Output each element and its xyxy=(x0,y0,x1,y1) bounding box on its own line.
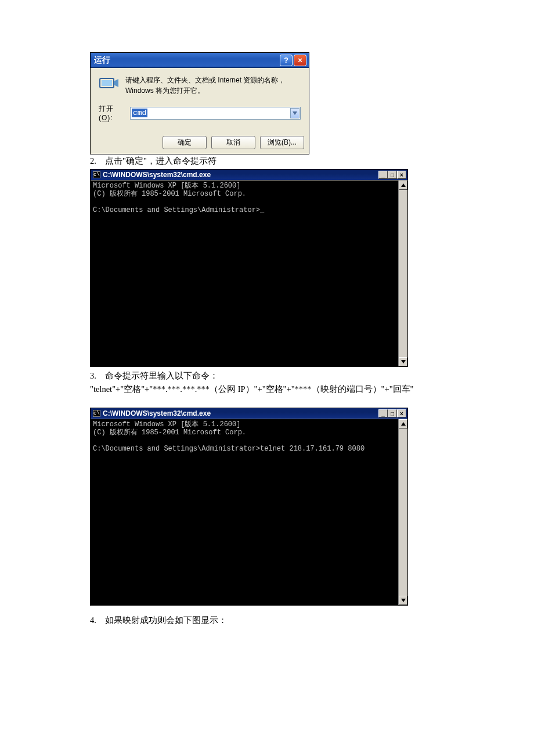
cmd-icon: c\ xyxy=(93,410,100,417)
scroll-down-icon[interactable] xyxy=(399,596,407,605)
maximize-icon[interactable]: □ xyxy=(388,171,397,179)
scrollbar[interactable] xyxy=(398,419,407,605)
run-dialog-title: 运行 xyxy=(94,55,279,66)
run-titlebar: 运行 ? × xyxy=(91,53,309,68)
run-command-value: cmd xyxy=(132,109,147,117)
scroll-down-icon[interactable] xyxy=(399,357,407,366)
run-command-input[interactable]: cmd xyxy=(130,107,301,120)
chevron-down-icon[interactable] xyxy=(290,108,300,118)
minimize-icon[interactable]: _ xyxy=(378,171,388,179)
run-dialog-icon xyxy=(99,76,120,90)
cmd-title: C:\WINDOWS\system32\cmd.exe xyxy=(103,171,378,179)
maximize-icon[interactable]: □ xyxy=(388,409,397,417)
cmd-titlebar: c\ C:\WINDOWS\system32\cmd.exe _ □ × xyxy=(91,170,407,180)
step-3-command: "telnet"+"空格"+"***.***.***.***（公网 IP）"+"… xyxy=(90,384,444,395)
run-dialog-description: 请键入程序、文件夹、文档或 Internet 资源的名称，Windows 将为您… xyxy=(125,75,301,96)
close-icon[interactable]: × xyxy=(397,171,406,179)
cmd-icon: c\ xyxy=(93,171,100,178)
cmd-terminal[interactable]: Microsoft Windows XP [版本 5.1.2600] (C) 版… xyxy=(91,419,398,605)
step-2-text: 2.点击"确定"，进入命令提示符 xyxy=(90,156,444,167)
run-dialog: 运行 ? × 请键入程序、文件夹、文档或 Internet 资源的名称，Wind… xyxy=(90,52,309,154)
browse-button[interactable]: 浏览(B)... xyxy=(260,136,304,149)
cmd-terminal[interactable]: Microsoft Windows XP [版本 5.1.2600] (C) 版… xyxy=(91,181,398,366)
open-label: 打开(O): xyxy=(99,104,127,122)
cmd-title: C:\WINDOWS\system32\cmd.exe xyxy=(103,409,378,417)
cmd-titlebar: c\ C:\WINDOWS\system32\cmd.exe _ □ × xyxy=(91,408,407,419)
cancel-button[interactable]: 取消 xyxy=(211,136,255,149)
minimize-icon[interactable]: _ xyxy=(378,409,388,417)
close-icon[interactable]: × xyxy=(397,409,406,417)
cmd-window-1: c\ C:\WINDOWS\system32\cmd.exe _ □ × Mic… xyxy=(90,169,408,367)
scrollbar[interactable] xyxy=(398,181,407,366)
step-4-text: 4.如果映射成功则会如下图显示： xyxy=(90,615,444,626)
step-3-text: 3.命令提示符里输入以下命令： xyxy=(90,370,444,381)
ok-button[interactable]: 确定 xyxy=(163,136,207,149)
cmd-window-2: c\ C:\WINDOWS\system32\cmd.exe _ □ × Mic… xyxy=(90,408,408,606)
scroll-up-icon[interactable] xyxy=(399,419,407,429)
svg-rect-1 xyxy=(102,80,112,86)
help-icon[interactable]: ? xyxy=(280,55,293,66)
close-icon[interactable]: × xyxy=(294,55,306,66)
scroll-up-icon[interactable] xyxy=(399,181,407,190)
